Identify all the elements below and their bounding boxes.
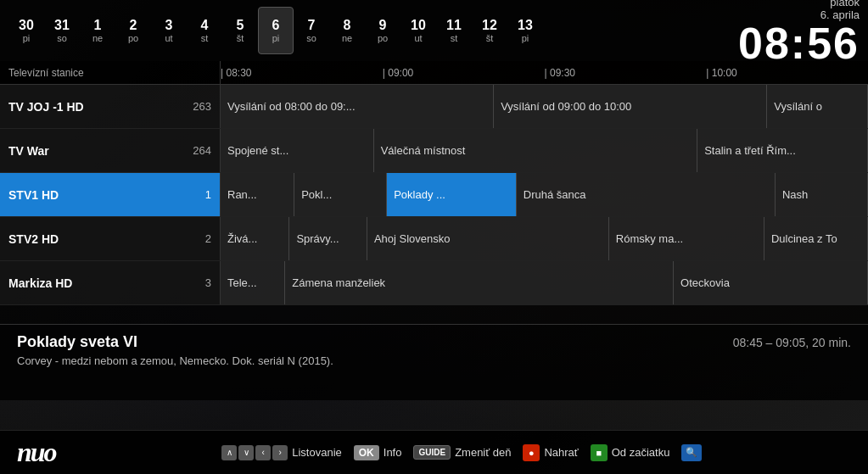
program-cell-2-2[interactable]: Poklady ... [387,173,517,216]
record-badge: ● [523,444,540,461]
channel-row-1: TV War 264 Spojené st...Válečná místnost… [0,129,868,173]
arrow-left-key[interactable]: ‹ [255,445,271,460]
arrow-down-key[interactable]: ∨ [238,445,254,460]
day-number: 10 [411,18,426,33]
channel-rows: TV JOJ -1 HD 263 Vysílání od 08:00 do 09… [0,85,868,305]
record-control[interactable]: ● Nahrať [523,444,578,461]
day-item-13[interactable]: 13pi [507,7,543,54]
channel-info-4[interactable]: Markiza HD 3 [0,261,221,304]
program-cell-2-3[interactable]: Druhá šanca [517,173,776,216]
program-cell-0-0[interactable]: Vysílání od 08:00 do 09:... [221,85,494,128]
program-cell-3-2[interactable]: Ahoj Slovensko [367,217,609,260]
ok-info-control[interactable]: OK Info [354,445,402,460]
day-navigation: 30pi31so1ne2po3ut4st5št6pi7so8ne9po10ut1… [8,7,738,54]
program-cell-1-1[interactable]: Válečná místnost [374,129,698,172]
programs-area-0: Vysílání od 08:00 do 09:...Vysílání od 0… [221,85,868,128]
bottom-bar: nuo ∧ ∨ ‹ › Listovanie OK Info GUIDE Zme… [0,430,868,474]
epg-container: Televízní stanice | 08:30| 09:00| 09:30|… [0,61,868,324]
day-item-10[interactable]: 10ut [400,7,436,54]
program-cell-0-1[interactable]: Vysílání od 09:00 do 10:00 [494,85,767,128]
program-cell-2-1[interactable]: Pokl... [294,173,387,216]
search-control[interactable]: 🔍 [681,444,702,461]
program-cell-3-1[interactable]: Správy... [289,217,367,260]
timeline-header: Televízní stanice | 08:30| 09:00| 09:30|… [0,61,868,85]
day-number: 12 [482,18,497,33]
program-cell-4-0[interactable]: Tele... [221,261,285,304]
channel-num-2: 1 [205,188,211,201]
timeline-tick-0: | 08:30 [221,61,251,84]
program-cell-4-1[interactable]: Zámena manželiek [285,261,674,304]
channel-label-header: Televízní stanice [0,61,221,84]
od-zaciatku-label: Od začiatku [612,446,670,459]
guide-label: Zmeniť deň [455,446,511,459]
day-name: ut [165,33,172,43]
channel-row-3: STV2 HD 2 Živá...Správy...Ahoj Slovensko… [0,217,868,261]
day-number: 30 [19,18,34,33]
day-number: 3 [165,18,173,33]
day-number: 11 [446,18,462,33]
day-item-1[interactable]: 1ne [80,7,115,54]
programs-area-4: Tele...Zámena manželiekOteckovia [221,261,868,304]
timeline-tick-2: | 09:30 [545,61,575,84]
guide-control[interactable]: GUIDE Zmeniť deň [413,445,511,460]
od-zaciatku-control[interactable]: ■ Od začiatku [591,444,670,461]
day-name: št [237,33,244,43]
day-number: 6 [272,18,280,33]
day-item-7[interactable]: 7so [294,7,329,54]
arrow-right-key[interactable]: › [272,445,288,460]
program-cell-3-3[interactable]: Rómsky ma... [609,217,764,260]
channel-info-3[interactable]: STV2 HD 2 [0,217,221,260]
program-description: Corvey - medzi nebom a zemou, Nemecko. D… [17,354,851,367]
channel-info-0[interactable]: TV JOJ -1 HD 263 [0,85,221,128]
program-cell-4-2[interactable]: Oteckovia [674,261,868,304]
day-item-6[interactable]: 6pi [258,7,294,54]
program-cell-2-4[interactable]: Nash [776,173,868,216]
day-item-5[interactable]: 5št [222,7,258,54]
program-cell-1-0[interactable]: Spojené st... [221,129,374,172]
day-name: pi [272,33,280,43]
channel-num-4: 3 [205,276,211,289]
program-cell-0-2[interactable]: Vysílání o [767,85,868,128]
arrow-up-key[interactable]: ∧ [221,445,237,460]
day-item-2[interactable]: 2po [115,7,151,54]
search-badge: 🔍 [681,444,702,461]
program-cell-2-0[interactable]: Ran... [221,173,294,216]
channel-num-1: 264 [193,144,211,157]
clock-section: piatok 6. aprila 08:56 [738,0,860,65]
day-name: pi [23,33,31,43]
listovanie-control: ∧ ∨ ‹ › Listovanie [221,445,342,460]
program-cell-3-4[interactable]: Dulcinea z To [764,217,868,260]
day-number: 4 [201,18,209,33]
day-number: 5 [237,18,244,33]
day-item-30[interactable]: 30pi [8,7,44,54]
day-item-8[interactable]: 8ne [329,7,365,54]
day-item-12[interactable]: 12št [472,7,507,54]
day-number: 9 [379,18,387,33]
arrow-keys[interactable]: ∧ ∨ ‹ › [221,445,288,460]
day-item-3[interactable]: 3ut [151,7,187,54]
day-name: ne [342,33,352,43]
day-name: st [451,33,458,43]
day-name: so [306,33,316,43]
program-cell-3-0[interactable]: Živá... [221,217,289,260]
programs-area-1: Spojené st...Válečná místnostStalin a tř… [221,129,868,172]
day-number: 1 [94,18,102,33]
channel-name-3: STV2 HD [8,232,199,246]
day-item-11[interactable]: 11st [436,7,472,54]
day-item-4[interactable]: 4st [187,7,222,54]
channel-info-1[interactable]: TV War 264 [0,129,221,172]
program-cell-1-2[interactable]: Stalin a třetí Řím... [697,129,868,172]
day-number: 8 [344,18,351,33]
channel-info-2[interactable]: STV1 HD 1 [0,173,221,216]
day-item-31[interactable]: 31so [44,7,80,54]
day-number: 7 [308,18,316,33]
day-name: št [486,33,494,43]
day-name: ne [92,33,103,43]
bottom-controls: ∧ ∨ ‹ › Listovanie OK Info GUIDE Zmeniť … [73,444,851,461]
day-item-9[interactable]: 9po [365,7,400,54]
green-badge: ■ [591,444,608,461]
timeline-times: | 08:30| 09:00| 09:30| 10:00 [221,61,868,84]
clock-time: 08:56 [738,21,860,65]
channel-name-2: STV1 HD [8,188,199,202]
channel-row-2: STV1 HD 1 Ran...Pokl...Poklady ...Druhá … [0,173,868,217]
